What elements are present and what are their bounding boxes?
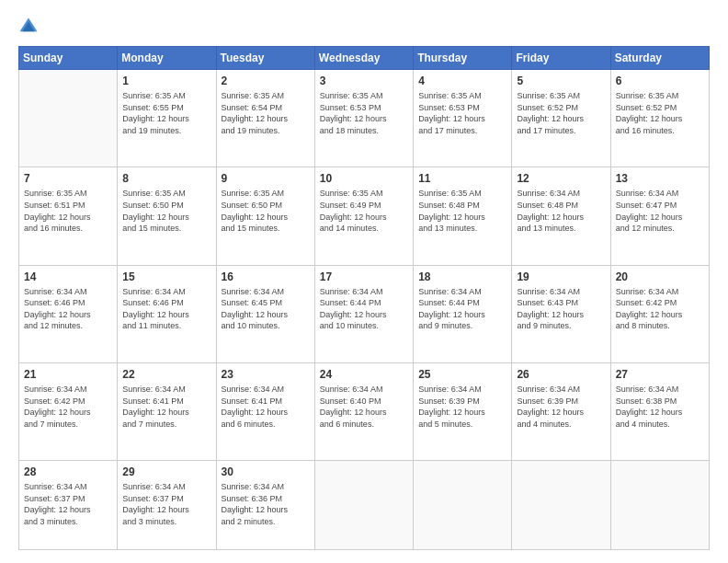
calendar-day-cell: 11Sunrise: 6:35 AM Sunset: 6:48 PM Dayli… — [414, 167, 512, 265]
day-number: 23 — [222, 367, 310, 382]
calendar-day-cell: 1Sunrise: 6:35 AM Sunset: 6:55 PM Daylig… — [118, 70, 216, 167]
day-info: Sunrise: 6:34 AM Sunset: 6:47 PM Dayligh… — [616, 188, 704, 234]
header — [18, 17, 710, 37]
day-number: 3 — [320, 74, 408, 88]
day-number: 6 — [616, 74, 704, 88]
weekday-header-wednesday: Wednesday — [314, 47, 413, 70]
day-info: Sunrise: 6:35 AM Sunset: 6:54 PM Dayligh… — [222, 90, 310, 136]
calendar-day-cell: 26Sunrise: 6:34 AM Sunset: 6:39 PM Dayli… — [512, 362, 610, 460]
weekday-header-tuesday: Tuesday — [216, 47, 314, 70]
day-number: 13 — [616, 171, 704, 186]
calendar-day-cell: 19Sunrise: 6:34 AM Sunset: 6:43 PM Dayli… — [512, 265, 610, 362]
day-number: 25 — [418, 367, 506, 382]
day-info: Sunrise: 6:34 AM Sunset: 6:38 PM Dayligh… — [616, 384, 704, 430]
day-info: Sunrise: 6:35 AM Sunset: 6:51 PM Dayligh… — [24, 188, 112, 234]
day-number: 5 — [517, 74, 605, 88]
day-info: Sunrise: 6:34 AM Sunset: 6:39 PM Dayligh… — [517, 384, 605, 430]
day-info: Sunrise: 6:34 AM Sunset: 6:48 PM Dayligh… — [517, 188, 605, 234]
day-number: 27 — [616, 367, 704, 382]
day-number: 14 — [24, 270, 112, 284]
day-info: Sunrise: 6:34 AM Sunset: 6:36 PM Dayligh… — [222, 481, 310, 527]
day-info: Sunrise: 6:34 AM Sunset: 6:37 PM Dayligh… — [24, 481, 112, 527]
calendar-day-cell: 21Sunrise: 6:34 AM Sunset: 6:42 PM Dayli… — [19, 362, 118, 460]
day-number: 15 — [122, 270, 210, 284]
calendar-day-cell: 14Sunrise: 6:34 AM Sunset: 6:46 PM Dayli… — [19, 265, 118, 362]
weekday-header-row: SundayMondayTuesdayWednesdayThursdayFrid… — [19, 47, 710, 70]
calendar-day-cell — [414, 461, 512, 550]
calendar-day-cell — [610, 461, 709, 550]
calendar-day-cell: 24Sunrise: 6:34 AM Sunset: 6:40 PM Dayli… — [314, 362, 413, 460]
day-number: 17 — [320, 270, 408, 284]
day-number: 28 — [24, 465, 112, 479]
weekday-header-saturday: Saturday — [610, 47, 709, 70]
day-number: 16 — [222, 270, 310, 284]
calendar-day-cell: 2Sunrise: 6:35 AM Sunset: 6:54 PM Daylig… — [216, 70, 314, 167]
calendar-day-cell: 9Sunrise: 6:35 AM Sunset: 6:50 PM Daylig… — [216, 167, 314, 265]
calendar-day-cell: 16Sunrise: 6:34 AM Sunset: 6:45 PM Dayli… — [216, 265, 314, 362]
day-number: 18 — [418, 270, 506, 284]
day-info: Sunrise: 6:34 AM Sunset: 6:40 PM Dayligh… — [320, 384, 408, 430]
weekday-header-thursday: Thursday — [414, 47, 512, 70]
calendar-week-row: 7Sunrise: 6:35 AM Sunset: 6:51 PM Daylig… — [19, 167, 710, 265]
calendar-day-cell — [314, 461, 413, 550]
day-number: 22 — [122, 367, 210, 382]
day-number: 21 — [24, 367, 112, 382]
calendar-day-cell: 7Sunrise: 6:35 AM Sunset: 6:51 PM Daylig… — [19, 167, 118, 265]
calendar-day-cell: 25Sunrise: 6:34 AM Sunset: 6:39 PM Dayli… — [414, 362, 512, 460]
calendar-day-cell — [512, 461, 610, 550]
day-info: Sunrise: 6:34 AM Sunset: 6:41 PM Dayligh… — [122, 384, 210, 430]
calendar-day-cell: 28Sunrise: 6:34 AM Sunset: 6:37 PM Dayli… — [19, 461, 118, 550]
calendar-day-cell: 3Sunrise: 6:35 AM Sunset: 6:53 PM Daylig… — [314, 70, 413, 167]
calendar-day-cell: 10Sunrise: 6:35 AM Sunset: 6:49 PM Dayli… — [314, 167, 413, 265]
day-number: 10 — [320, 171, 408, 186]
logo — [18, 17, 42, 37]
day-info: Sunrise: 6:35 AM Sunset: 6:53 PM Dayligh… — [320, 90, 408, 136]
weekday-header-friday: Friday — [512, 47, 610, 70]
calendar-day-cell: 15Sunrise: 6:34 AM Sunset: 6:46 PM Dayli… — [118, 265, 216, 362]
day-info: Sunrise: 6:34 AM Sunset: 6:42 PM Dayligh… — [24, 384, 112, 430]
weekday-header-monday: Monday — [118, 47, 216, 70]
calendar-table: SundayMondayTuesdayWednesdayThursdayFrid… — [18, 46, 710, 550]
day-number: 7 — [24, 171, 112, 186]
day-number: 24 — [320, 367, 408, 382]
day-info: Sunrise: 6:35 AM Sunset: 6:52 PM Dayligh… — [517, 90, 605, 136]
day-info: Sunrise: 6:35 AM Sunset: 6:52 PM Dayligh… — [616, 90, 704, 136]
day-number: 9 — [222, 171, 310, 186]
day-number: 20 — [616, 270, 704, 284]
day-info: Sunrise: 6:34 AM Sunset: 6:46 PM Dayligh… — [24, 286, 112, 332]
day-info: Sunrise: 6:35 AM Sunset: 6:49 PM Dayligh… — [320, 188, 408, 234]
calendar-day-cell: 8Sunrise: 6:35 AM Sunset: 6:50 PM Daylig… — [118, 167, 216, 265]
calendar-day-cell — [19, 70, 118, 167]
calendar-day-cell: 5Sunrise: 6:35 AM Sunset: 6:52 PM Daylig… — [512, 70, 610, 167]
calendar-day-cell: 20Sunrise: 6:34 AM Sunset: 6:42 PM Dayli… — [610, 265, 709, 362]
calendar-day-cell: 12Sunrise: 6:34 AM Sunset: 6:48 PM Dayli… — [512, 167, 610, 265]
weekday-header-sunday: Sunday — [19, 47, 118, 70]
day-number: 2 — [222, 74, 310, 88]
calendar-day-cell: 18Sunrise: 6:34 AM Sunset: 6:44 PM Dayli… — [414, 265, 512, 362]
calendar-week-row: 1Sunrise: 6:35 AM Sunset: 6:55 PM Daylig… — [19, 70, 710, 167]
calendar-day-cell: 29Sunrise: 6:34 AM Sunset: 6:37 PM Dayli… — [118, 461, 216, 550]
calendar-day-cell: 30Sunrise: 6:34 AM Sunset: 6:36 PM Dayli… — [216, 461, 314, 550]
calendar-day-cell: 22Sunrise: 6:34 AM Sunset: 6:41 PM Dayli… — [118, 362, 216, 460]
day-info: Sunrise: 6:34 AM Sunset: 6:39 PM Dayligh… — [418, 384, 506, 430]
calendar-day-cell: 27Sunrise: 6:34 AM Sunset: 6:38 PM Dayli… — [610, 362, 709, 460]
calendar-day-cell: 17Sunrise: 6:34 AM Sunset: 6:44 PM Dayli… — [314, 265, 413, 362]
day-number: 26 — [517, 367, 605, 382]
day-number: 1 — [122, 74, 210, 88]
logo-icon — [18, 17, 39, 37]
page: SundayMondayTuesdayWednesdayThursdayFrid… — [0, 0, 728, 563]
calendar-week-row: 28Sunrise: 6:34 AM Sunset: 6:37 PM Dayli… — [19, 461, 710, 550]
day-number: 12 — [517, 171, 605, 186]
calendar-day-cell: 4Sunrise: 6:35 AM Sunset: 6:53 PM Daylig… — [414, 70, 512, 167]
calendar-week-row: 14Sunrise: 6:34 AM Sunset: 6:46 PM Dayli… — [19, 265, 710, 362]
calendar-day-cell: 6Sunrise: 6:35 AM Sunset: 6:52 PM Daylig… — [610, 70, 709, 167]
day-info: Sunrise: 6:35 AM Sunset: 6:50 PM Dayligh… — [222, 188, 310, 234]
day-number: 8 — [122, 171, 210, 186]
day-number: 29 — [122, 465, 210, 479]
calendar-day-cell: 23Sunrise: 6:34 AM Sunset: 6:41 PM Dayli… — [216, 362, 314, 460]
day-info: Sunrise: 6:35 AM Sunset: 6:50 PM Dayligh… — [122, 188, 210, 234]
day-info: Sunrise: 6:35 AM Sunset: 6:55 PM Dayligh… — [122, 90, 210, 136]
calendar-week-row: 21Sunrise: 6:34 AM Sunset: 6:42 PM Dayli… — [19, 362, 710, 460]
day-number: 11 — [418, 171, 506, 186]
day-info: Sunrise: 6:34 AM Sunset: 6:44 PM Dayligh… — [320, 286, 408, 332]
